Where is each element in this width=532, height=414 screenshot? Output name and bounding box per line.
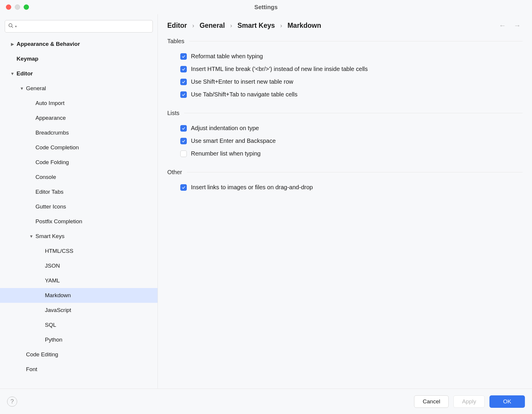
- sidebar-item-keymap[interactable]: Keymap: [0, 51, 158, 66]
- checkbox[interactable]: [180, 138, 187, 144]
- sidebar-item-label: Gutter Icons: [35, 203, 66, 210]
- sidebar-item-label: Editor: [17, 70, 33, 77]
- chevron-icon[interactable]: ▼: [10, 71, 15, 76]
- cancel-button[interactable]: Cancel: [414, 395, 449, 408]
- search-input-container[interactable]: ▾: [5, 20, 153, 33]
- sidebar-item-yaml[interactable]: YAML: [0, 273, 158, 288]
- sidebar-item-code-editing[interactable]: Code Editing: [0, 347, 158, 362]
- sidebar-item-code-folding[interactable]: Code Folding: [0, 155, 158, 170]
- settings-content: Editor›General›Smart Keys›Markdown ← → T…: [158, 14, 532, 389]
- option-label: Use Tab/Shift+Tab to navigate table cell…: [191, 91, 297, 98]
- sidebar-item-label: Appearance: [35, 115, 66, 121]
- search-input[interactable]: [18, 23, 150, 30]
- option-label: Insert HTML line break ('<br/>') instead…: [191, 66, 368, 72]
- section-divider: [189, 41, 523, 41]
- option-row[interactable]: Use Tab/Shift+Tab to navigate table cell…: [167, 88, 523, 101]
- option-label: Use Shift+Enter to insert new table row: [191, 78, 293, 85]
- help-button[interactable]: ?: [7, 397, 17, 407]
- breadcrumb-item[interactable]: Editor: [167, 22, 187, 30]
- sidebar-item-auto-import[interactable]: Auto Import: [0, 96, 158, 111]
- chevron-icon[interactable]: ▼: [29, 234, 34, 239]
- breadcrumb-item[interactable]: Smart Keys: [237, 22, 275, 30]
- zoom-window-button[interactable]: [24, 4, 29, 10]
- sidebar-item-label: General: [26, 85, 46, 92]
- close-window-button[interactable]: [6, 4, 11, 10]
- sidebar-item-label: HTML/CSS: [45, 248, 73, 254]
- option-row[interactable]: Use smart Enter and Backspace: [167, 135, 523, 147]
- sidebar-item-label: Code Folding: [35, 159, 69, 166]
- sidebar-item-code-completion[interactable]: Code Completion: [0, 140, 158, 155]
- option-label: Reformat table when typing: [191, 53, 263, 60]
- sidebar-item-editor[interactable]: ▼Editor: [0, 66, 158, 81]
- chevron-right-icon: ›: [192, 22, 194, 29]
- option-row[interactable]: Reformat table when typing: [167, 50, 523, 63]
- settings-section-tables: TablesReformat table when typingInsert H…: [167, 38, 523, 101]
- checkbox[interactable]: [180, 91, 187, 98]
- checkbox[interactable]: [180, 151, 187, 157]
- sidebar-item-label: Console: [35, 174, 56, 180]
- breadcrumb-item[interactable]: General: [200, 22, 225, 30]
- option-row[interactable]: Renumber list when typing: [167, 147, 523, 160]
- sidebar-item-label: Font: [26, 366, 37, 373]
- sidebar-item-label: Breadcrumbs: [35, 130, 69, 136]
- sidebar-item-python[interactable]: Python: [0, 332, 158, 347]
- sidebar-item-breadcrumbs[interactable]: Breadcrumbs: [0, 125, 158, 140]
- section-divider: [187, 172, 523, 172]
- sidebar-item-javascript[interactable]: JavaScript: [0, 303, 158, 318]
- option-row[interactable]: Insert links to images or files on drag-…: [167, 181, 523, 194]
- sidebar-item-font[interactable]: Font: [0, 362, 158, 377]
- back-button[interactable]: ←: [499, 21, 506, 30]
- titlebar: Settings: [0, 0, 532, 14]
- forward-button[interactable]: →: [514, 21, 521, 30]
- sidebar-item-editor-tabs[interactable]: Editor Tabs: [0, 185, 158, 199]
- window-title: Settings: [0, 4, 532, 11]
- checkbox[interactable]: [180, 125, 187, 132]
- sidebar-item-general[interactable]: ▼General: [0, 81, 158, 96]
- sidebar-item-json[interactable]: JSON: [0, 258, 158, 273]
- chevron-icon[interactable]: ▶: [10, 42, 15, 46]
- window-controls: [0, 4, 29, 10]
- checkbox[interactable]: [180, 184, 187, 191]
- sidebar-item-markdown[interactable]: Markdown: [0, 288, 158, 303]
- checkbox[interactable]: [180, 79, 187, 85]
- sidebar-item-console[interactable]: Console: [0, 170, 158, 185]
- svg-line-1: [12, 26, 13, 28]
- apply-button[interactable]: Apply: [453, 395, 485, 408]
- sidebar-item-appearance[interactable]: Appearance: [0, 111, 158, 125]
- section-divider: [184, 113, 523, 113]
- sidebar-item-gutter-icons[interactable]: Gutter Icons: [0, 199, 158, 214]
- sidebar-item-label: Keymap: [17, 56, 38, 62]
- option-row[interactable]: Adjust indentation on type: [167, 122, 523, 135]
- settings-section-lists: ListsAdjust indentation on typeUse smart…: [167, 110, 523, 160]
- sidebar-item-html-css[interactable]: HTML/CSS: [0, 244, 158, 258]
- checkbox[interactable]: [180, 53, 187, 60]
- ok-button[interactable]: OK: [489, 395, 525, 408]
- sidebar-item-appearance-behavior[interactable]: ▶Appearance & Behavior: [0, 37, 158, 51]
- sidebar-item-label: JSON: [45, 263, 60, 269]
- chevron-icon[interactable]: ▼: [20, 86, 24, 91]
- sidebar-item-postfix-completion[interactable]: Postfix Completion: [0, 214, 158, 229]
- breadcrumb-item: Markdown: [288, 22, 321, 30]
- search-dropdown-icon[interactable]: ▾: [15, 25, 17, 28]
- sidebar-item-label: Code Editing: [26, 351, 58, 358]
- sidebar-item-label: Auto Import: [35, 100, 64, 106]
- chevron-right-icon: ›: [280, 22, 282, 29]
- sidebar-item-label: Smart Keys: [35, 233, 64, 240]
- sidebar-item-label: SQL: [45, 322, 56, 328]
- option-label: Use smart Enter and Backspace: [191, 138, 276, 144]
- option-row[interactable]: Insert HTML line break ('<br/>') instead…: [167, 63, 523, 75]
- section-title: Other: [167, 169, 182, 176]
- chevron-right-icon: ›: [230, 22, 232, 29]
- minimize-window-button[interactable]: [15, 4, 20, 10]
- settings-window: Settings ▾ ▶Appearance & BehaviorKeymap▼…: [0, 0, 532, 414]
- sidebar-item-smart-keys[interactable]: ▼Smart Keys: [0, 229, 158, 244]
- checkbox[interactable]: [180, 66, 187, 72]
- option-row[interactable]: Use Shift+Enter to insert new table row: [167, 75, 523, 88]
- sidebar-item-label: Postfix Completion: [35, 218, 82, 225]
- sidebar-item-label: JavaScript: [45, 307, 71, 313]
- settings-sidebar: ▾ ▶Appearance & BehaviorKeymap▼Editor▼Ge…: [0, 14, 158, 389]
- sidebar-item-label: Code Completion: [35, 144, 79, 151]
- settings-tree[interactable]: ▶Appearance & BehaviorKeymap▼Editor▼Gene…: [0, 37, 158, 389]
- sidebar-item-sql[interactable]: SQL: [0, 318, 158, 332]
- search-icon: [8, 23, 14, 30]
